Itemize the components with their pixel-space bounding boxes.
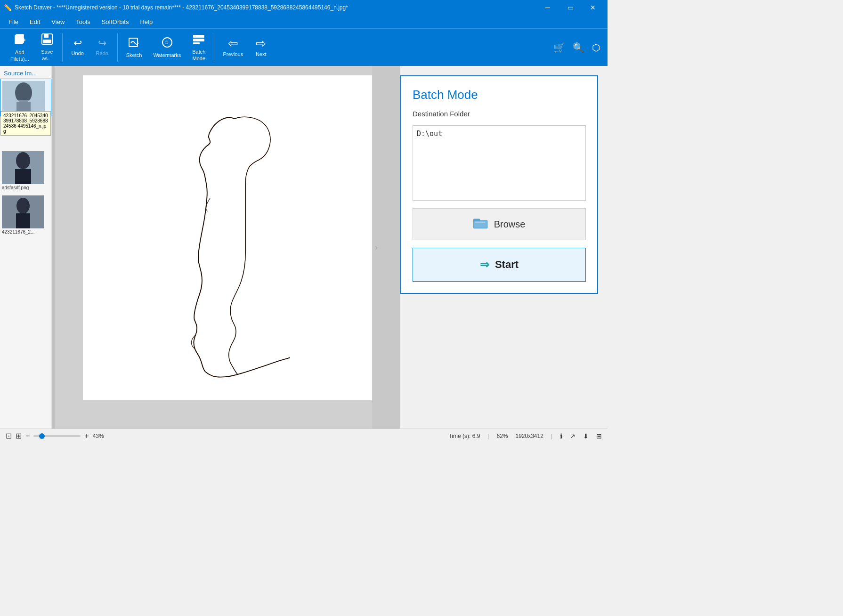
sidebar-header[interactable]: Source Im... <box>0 66 51 79</box>
zoom-actual-icon[interactable]: ⊞ <box>16 431 22 440</box>
main-content: Source Im... 423211676_2045340399178838_… <box>0 66 608 429</box>
zoom-out-button[interactable]: − <box>25 432 30 440</box>
redo-label: Redo <box>96 50 108 57</box>
sketch-button[interactable]: Sketch <box>122 32 147 64</box>
redo-icon: ↪ <box>98 38 106 49</box>
svg-rect-8 <box>129 38 138 47</box>
browse-label: Browse <box>494 219 526 230</box>
start-button[interactable]: ⇒ Start <box>413 248 586 282</box>
image-dimensions: 1920x3412 <box>515 433 543 439</box>
next-icon: ⇨ <box>256 37 266 49</box>
batch-mode-panel: Batch Mode Destination Folder Browse ⇒ S… <box>400 75 598 294</box>
watermarks-icon: © <box>161 36 173 50</box>
save-as-label: Save as... <box>41 49 53 61</box>
scroll-arrow-right: › <box>375 243 378 252</box>
thumbnail-img-3 <box>2 195 44 228</box>
svg-rect-6 <box>43 40 51 43</box>
batch-mode-button[interactable]: Batch Mode <box>187 32 210 64</box>
status-bar: ⊡ ⊞ − + 43% Time (s): 6.9 | 62% 1920x341… <box>0 429 608 443</box>
add-files-button[interactable]: Add File(s)... <box>6 32 34 64</box>
zoom-fit-icon[interactable]: ⊡ <box>6 431 12 440</box>
destination-folder-input[interactable] <box>413 125 586 201</box>
tooltip-1: 423211676_2045340399178838_592868824586 … <box>0 111 51 136</box>
canvas-inner <box>83 75 372 400</box>
minimize-button[interactable]: ─ <box>537 0 559 15</box>
previous-button[interactable]: ⇦ Previous <box>218 32 248 64</box>
redo-button[interactable]: ↪ Redo <box>91 32 113 64</box>
svg-point-19 <box>16 152 30 169</box>
svg-text:©: © <box>165 40 169 45</box>
sidebar: Source Im... 423211676_2045340399178838_… <box>0 66 52 429</box>
sketch-icon <box>128 36 140 50</box>
svg-rect-13 <box>193 42 200 44</box>
svg-rect-11 <box>193 35 204 38</box>
status-divider-1: | <box>487 433 489 439</box>
close-button[interactable]: ✕ <box>582 0 604 15</box>
thumbnail-label-3: 423211676_2... <box>2 228 49 236</box>
zoom-track[interactable] <box>33 435 81 437</box>
zoom-percent: 43% <box>93 433 110 439</box>
info-icon[interactable]: ℹ <box>560 432 562 440</box>
status-divider-2: | <box>551 433 552 439</box>
menu-file[interactable]: File <box>4 16 23 27</box>
thumbnail-label-2: adsfasdf.png <box>2 184 49 192</box>
menu-view[interactable]: View <box>47 16 69 27</box>
svg-rect-23 <box>16 213 30 228</box>
menu-softorbits[interactable]: SoftOrbits <box>97 16 134 27</box>
destination-folder-label: Destination Folder <box>413 110 586 118</box>
next-button[interactable]: ⇨ Next <box>250 32 272 64</box>
watermarks-label: Watermarks <box>153 52 181 58</box>
zoom-in-button[interactable]: + <box>84 432 89 440</box>
search-user-icon[interactable]: 🔍 <box>571 40 586 55</box>
add-files-icon <box>13 32 26 48</box>
zoom-thumb[interactable] <box>39 433 45 439</box>
canvas-area[interactable]: › <box>55 66 400 429</box>
title-bar: ✏️ Sketch Drawer - ****Unregistered vers… <box>0 0 608 15</box>
thumbnail-img-1 <box>2 81 45 114</box>
window-controls: ─ ▭ ✕ <box>537 0 604 15</box>
undo-icon: ↩ <box>73 38 82 49</box>
maximize-button[interactable]: ▭ <box>559 0 581 15</box>
save-as-icon <box>41 33 53 47</box>
previous-icon: ⇦ <box>228 37 238 49</box>
save-as-button[interactable]: Save as... <box>36 32 58 64</box>
toolbar: Add File(s)... Save as... ↩ Undo ↪ Redo <box>0 28 608 66</box>
share-icon[interactable]: ↗ <box>570 432 576 440</box>
svg-rect-12 <box>193 39 204 41</box>
browse-button[interactable]: Browse <box>413 208 586 240</box>
thumbnail-img-2 <box>2 151 44 184</box>
zoom-level-percent: 62% <box>496 433 508 439</box>
cart-icon[interactable]: 🛒 <box>551 40 567 55</box>
svg-rect-5 <box>44 34 49 38</box>
svg-rect-24 <box>119 75 336 400</box>
svg-rect-20 <box>15 169 31 184</box>
batch-mode-title: Batch Mode <box>413 88 586 102</box>
download-icon[interactable]: ⬇ <box>583 432 589 440</box>
thumbnail-item-2[interactable]: adsfasdf.png <box>0 149 51 194</box>
time-label: Time (s): 6.9 <box>448 433 480 439</box>
menu-edit[interactable]: Edit <box>25 16 45 27</box>
thumbnail-item-1[interactable]: 423211676_2045340399178838_592868824586 … <box>0 79 51 116</box>
grid-icon[interactable]: ⊞ <box>596 432 602 440</box>
browse-folder-icon <box>473 217 488 232</box>
start-label: Start <box>495 259 519 271</box>
batch-mode-icon <box>192 33 205 47</box>
svg-rect-1 <box>16 34 24 43</box>
thumbnail-item-3[interactable]: 423211676_2... <box>0 194 51 238</box>
menu-tools[interactable]: Tools <box>71 16 95 27</box>
sketch-canvas <box>83 75 372 400</box>
previous-label: Previous <box>223 51 243 57</box>
menu-help[interactable]: Help <box>135 16 157 27</box>
svg-rect-28 <box>475 221 485 222</box>
undo-label: Undo <box>72 50 84 57</box>
add-files-label: Add File(s)... <box>10 49 29 62</box>
watermarks-button[interactable]: © Watermarks <box>148 32 186 64</box>
undo-button[interactable]: ↩ Undo <box>66 32 89 64</box>
next-label: Next <box>256 51 267 57</box>
window-title: Sketch Drawer - ****Unregistered version… <box>15 4 348 11</box>
app-icon: ✏️ <box>4 4 12 11</box>
status-bar-right: Time (s): 6.9 | 62% 1920x3412 | ℹ ↗ ⬇ ⊞ <box>448 432 602 440</box>
batch-mode-label: Batch Mode <box>192 49 205 61</box>
svg-point-22 <box>16 198 30 214</box>
3d-box-icon[interactable]: ⬡ <box>590 40 602 55</box>
